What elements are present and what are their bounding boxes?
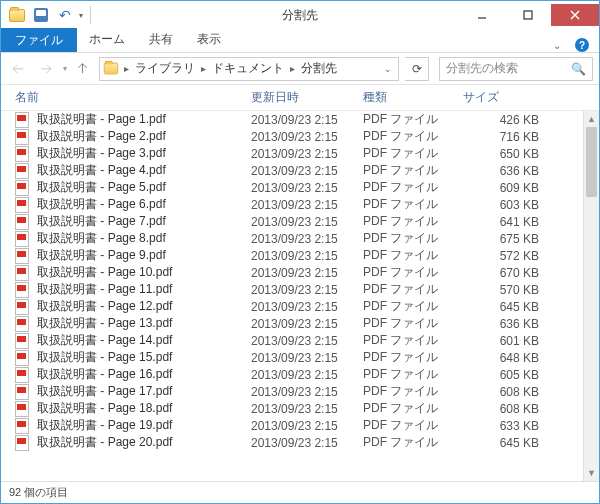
up-button[interactable]: 🡡 [73, 59, 93, 79]
file-date: 2013/09/23 2:15 [251, 300, 363, 314]
tab-share[interactable]: 共有 [137, 27, 185, 52]
breadcrumb-item[interactable]: ライブラリ [131, 60, 199, 77]
window-controls [459, 4, 599, 26]
chevron-right-icon[interactable]: ▸ [199, 63, 208, 74]
separator [90, 6, 91, 24]
tab-file[interactable]: ファイル [1, 28, 77, 52]
scroll-up-button[interactable]: ▲ [584, 111, 599, 127]
file-row[interactable]: 取扱説明書 - Page 19.pdf2013/09/23 2:15PDF ファ… [1, 417, 587, 434]
file-row[interactable]: 取扱説明書 - Page 8.pdf2013/09/23 2:15PDF ファイ… [1, 230, 587, 247]
file-size: 670 KB [463, 266, 539, 280]
file-row[interactable]: 取扱説明書 - Page 14.pdf2013/09/23 2:15PDF ファ… [1, 332, 587, 349]
column-headers: 名前 更新日時 種類 サイズ [1, 85, 599, 111]
tab-view[interactable]: 表示 [185, 27, 233, 52]
scrollbar-thumb[interactable] [586, 127, 597, 197]
back-button[interactable]: 🡠 [7, 58, 29, 80]
search-input[interactable]: 分割先の検索 🔍 [439, 57, 593, 81]
file-name: 取扱説明書 - Page 12.pdf [37, 298, 251, 315]
file-row[interactable]: 取扱説明書 - Page 4.pdf2013/09/23 2:15PDF ファイ… [1, 162, 587, 179]
history-dropdown-icon[interactable]: ▾ [63, 64, 67, 73]
address-dropdown-icon[interactable]: ⌄ [378, 64, 398, 74]
pdf-file-icon [15, 367, 31, 383]
file-type: PDF ファイル [363, 247, 463, 264]
column-header-name[interactable]: 名前 [15, 89, 251, 106]
file-row[interactable]: 取扱説明書 - Page 12.pdf2013/09/23 2:15PDF ファ… [1, 298, 587, 315]
file-row[interactable]: 取扱説明書 - Page 10.pdf2013/09/23 2:15PDF ファ… [1, 264, 587, 281]
qat-dropdown-icon[interactable]: ▾ [79, 11, 83, 20]
file-date: 2013/09/23 2:15 [251, 385, 363, 399]
file-size: 426 KB [463, 113, 539, 127]
file-list: 取扱説明書 - Page 1.pdf2013/09/23 2:15PDF ファイ… [1, 111, 599, 481]
file-type: PDF ファイル [363, 162, 463, 179]
scroll-down-button[interactable]: ▼ [584, 465, 599, 481]
breadcrumb-item[interactable]: 分割先 [297, 60, 341, 77]
search-icon: 🔍 [571, 62, 586, 76]
file-row[interactable]: 取扱説明書 - Page 7.pdf2013/09/23 2:15PDF ファイ… [1, 213, 587, 230]
file-row[interactable]: 取扱説明書 - Page 16.pdf2013/09/23 2:15PDF ファ… [1, 366, 587, 383]
tab-home[interactable]: ホーム [77, 27, 137, 52]
file-row[interactable]: 取扱説明書 - Page 11.pdf2013/09/23 2:15PDF ファ… [1, 281, 587, 298]
file-type: PDF ファイル [363, 179, 463, 196]
file-row[interactable]: 取扱説明書 - Page 1.pdf2013/09/23 2:15PDF ファイ… [1, 111, 587, 128]
svg-rect-1 [524, 11, 532, 19]
close-button[interactable] [551, 4, 599, 26]
undo-icon[interactable]: ↶ [55, 5, 75, 25]
file-date: 2013/09/23 2:15 [251, 402, 363, 416]
file-row[interactable]: 取扱説明書 - Page 13.pdf2013/09/23 2:15PDF ファ… [1, 315, 587, 332]
column-header-type[interactable]: 種類 [363, 89, 463, 106]
file-type: PDF ファイル [363, 145, 463, 162]
minimize-button[interactable] [459, 4, 505, 26]
vertical-scrollbar[interactable]: ▲ ▼ [583, 111, 599, 481]
column-header-date[interactable]: 更新日時 [251, 89, 363, 106]
save-icon[interactable] [31, 5, 51, 25]
file-size: 645 KB [463, 300, 539, 314]
file-type: PDF ファイル [363, 315, 463, 332]
quick-access-toolbar: ↶ ▾ [1, 5, 94, 25]
forward-button[interactable]: 🡢 [35, 58, 57, 80]
file-row[interactable]: 取扱説明書 - Page 3.pdf2013/09/23 2:15PDF ファイ… [1, 145, 587, 162]
file-name: 取扱説明書 - Page 6.pdf [37, 196, 251, 213]
pdf-file-icon [15, 248, 31, 264]
file-date: 2013/09/23 2:15 [251, 198, 363, 212]
pdf-file-icon [15, 435, 31, 451]
file-name: 取扱説明書 - Page 11.pdf [37, 281, 251, 298]
file-row[interactable]: 取扱説明書 - Page 17.pdf2013/09/23 2:15PDF ファ… [1, 383, 587, 400]
breadcrumb-item[interactable]: ドキュメント [208, 60, 288, 77]
file-row[interactable]: 取扱説明書 - Page 18.pdf2013/09/23 2:15PDF ファ… [1, 400, 587, 417]
file-name: 取扱説明書 - Page 13.pdf [37, 315, 251, 332]
maximize-button[interactable] [505, 4, 551, 26]
file-row[interactable]: 取扱説明書 - Page 15.pdf2013/09/23 2:15PDF ファ… [1, 349, 587, 366]
ribbon-tabs: ファイル ホーム 共有 表示 ⌄ ? [1, 29, 599, 53]
folder-icon[interactable] [7, 5, 27, 25]
pdf-file-icon [15, 384, 31, 400]
address-bar[interactable]: ▸ ライブラリ ▸ ドキュメント ▸ 分割先 ⌄ [99, 57, 399, 81]
pdf-file-icon [15, 350, 31, 366]
chevron-right-icon[interactable]: ▸ [122, 63, 131, 74]
file-row[interactable]: 取扱説明書 - Page 2.pdf2013/09/23 2:15PDF ファイ… [1, 128, 587, 145]
chevron-right-icon[interactable]: ▸ [288, 63, 297, 74]
file-size: 572 KB [463, 249, 539, 263]
file-row[interactable]: 取扱説明書 - Page 20.pdf2013/09/23 2:15PDF ファ… [1, 434, 587, 451]
pdf-file-icon [15, 316, 31, 332]
file-size: 636 KB [463, 164, 539, 178]
search-placeholder: 分割先の検索 [446, 60, 571, 77]
file-name: 取扱説明書 - Page 3.pdf [37, 145, 251, 162]
refresh-button[interactable]: ⟳ [405, 57, 429, 81]
file-row[interactable]: 取扱説明書 - Page 5.pdf2013/09/23 2:15PDF ファイ… [1, 179, 587, 196]
file-name: 取扱説明書 - Page 14.pdf [37, 332, 251, 349]
pdf-file-icon [15, 265, 31, 281]
file-date: 2013/09/23 2:15 [251, 334, 363, 348]
file-type: PDF ファイル [363, 434, 463, 451]
pdf-file-icon [15, 214, 31, 230]
pdf-file-icon [15, 282, 31, 298]
column-header-size[interactable]: サイズ [463, 89, 553, 106]
pdf-file-icon [15, 197, 31, 213]
file-row[interactable]: 取扱説明書 - Page 9.pdf2013/09/23 2:15PDF ファイ… [1, 247, 587, 264]
file-type: PDF ファイル [363, 366, 463, 383]
file-name: 取扱説明書 - Page 10.pdf [37, 264, 251, 281]
file-type: PDF ファイル [363, 298, 463, 315]
file-row[interactable]: 取扱説明書 - Page 6.pdf2013/09/23 2:15PDF ファイ… [1, 196, 587, 213]
file-name: 取扱説明書 - Page 19.pdf [37, 417, 251, 434]
expand-ribbon-icon[interactable]: ⌄ [553, 40, 561, 51]
help-icon[interactable]: ? [575, 38, 589, 52]
